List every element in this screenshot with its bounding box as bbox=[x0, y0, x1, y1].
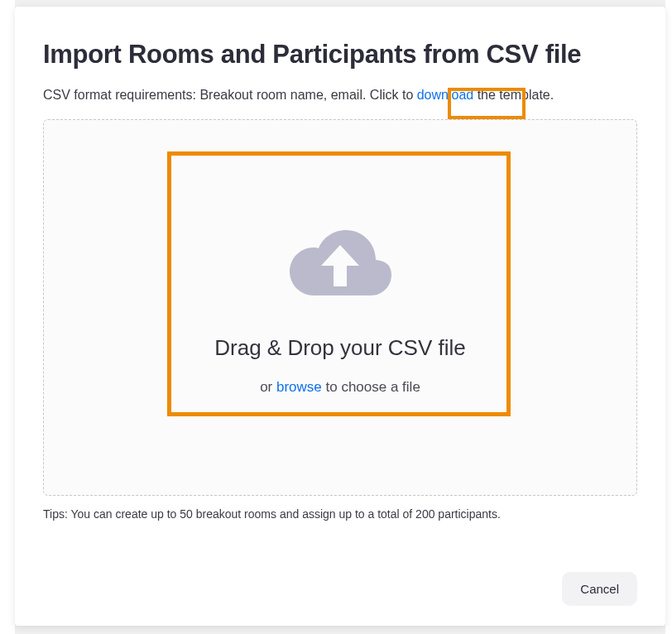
dropzone-subtitle: or browse to choose a file bbox=[260, 379, 420, 396]
download-template-link[interactable]: download bbox=[417, 88, 474, 102]
subtitle-suffix: the template. bbox=[473, 88, 554, 102]
browse-link[interactable]: browse bbox=[276, 379, 322, 395]
modal-subtitle: CSV format requirements: Breakout room n… bbox=[43, 86, 637, 104]
subtitle-prefix: CSV format requirements: Breakout room n… bbox=[43, 88, 417, 102]
import-csv-modal: Import Rooms and Participants from CSV f… bbox=[15, 7, 665, 626]
choose-file-text: to choose a file bbox=[322, 379, 420, 395]
or-text: or bbox=[260, 379, 276, 395]
cloud-upload-icon bbox=[282, 220, 398, 310]
background-fragment bbox=[665, 0, 672, 634]
dropzone-title: Drag & Drop your CSV file bbox=[214, 335, 465, 361]
cancel-button[interactable]: Cancel bbox=[562, 572, 637, 606]
modal-title: Import Rooms and Participants from CSV f… bbox=[43, 40, 637, 70]
tips-text: Tips: You can create up to 50 breakout r… bbox=[43, 507, 637, 521]
background-fragment bbox=[0, 0, 15, 634]
modal-footer: Cancel bbox=[562, 572, 637, 606]
csv-dropzone[interactable]: Drag & Drop your CSV file or browse to c… bbox=[43, 119, 637, 496]
modal-overlay: Import Rooms and Participants from CSV f… bbox=[0, 0, 672, 634]
